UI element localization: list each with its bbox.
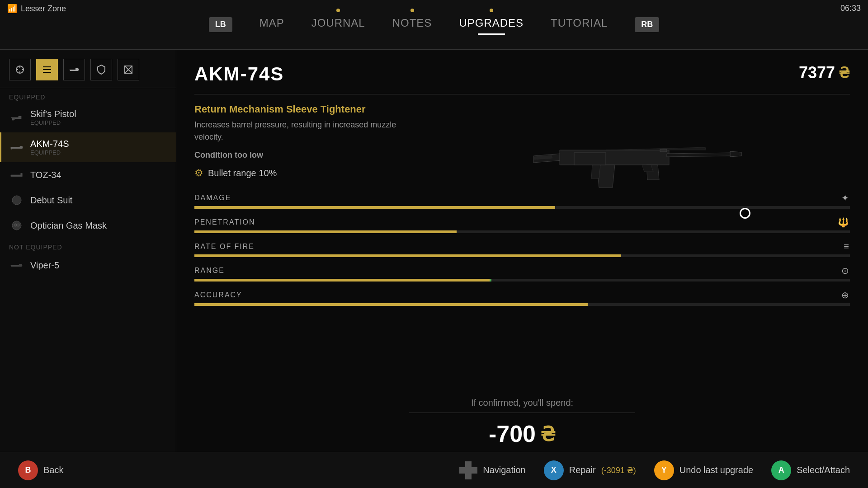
currency-display: 7377 ₴ bbox=[799, 63, 850, 82]
a-button[interactable]: A bbox=[771, 460, 791, 480]
toz-name: TOZ-34 bbox=[30, 170, 61, 180]
main-layout: Equipped Skif's Pistol Equipped AKM-74S … bbox=[0, 50, 868, 452]
x-button[interactable]: X bbox=[544, 460, 564, 480]
accuracy-bar-fill bbox=[194, 303, 588, 306]
sidebar-item-pistol[interactable]: Skif's Pistol Equipped bbox=[0, 103, 176, 132]
upgrades-dot bbox=[490, 9, 493, 12]
dpad-icon bbox=[459, 461, 477, 479]
stat-bonus-text: Bullet range 10% bbox=[208, 168, 277, 178]
cost-symbol: ₴ bbox=[540, 422, 556, 446]
confirmation-area: If confirmed, you'll spend: -700 ₴ bbox=[176, 398, 868, 447]
range-marker bbox=[490, 279, 491, 282]
range-icon: ⊙ bbox=[841, 265, 850, 276]
back-action[interactable]: B Back bbox=[18, 460, 63, 480]
accuracy-bar-bg bbox=[194, 303, 850, 306]
stat-range-text: RANGE bbox=[194, 267, 225, 275]
lb-button[interactable]: LB bbox=[209, 17, 232, 32]
not-equipped-label: Not equipped bbox=[0, 238, 176, 253]
confirm-text: If confirmed, you'll spend: bbox=[176, 398, 868, 408]
time-display: 06:33 bbox=[840, 4, 861, 13]
confirm-divider bbox=[409, 413, 635, 413]
tab-upgrades[interactable]: Upgrades bbox=[459, 17, 524, 33]
top-bar: 📶 Lesser Zone 06:33 LB Map Journal Notes… bbox=[0, 0, 868, 50]
akm-name: AKM-74S bbox=[30, 139, 69, 149]
svg-point-14 bbox=[17, 224, 19, 226]
undo-action[interactable]: Y Undo last upgrade bbox=[654, 460, 753, 480]
icon-target[interactable] bbox=[118, 59, 139, 80]
repair-label: Repair bbox=[569, 465, 596, 475]
y-button[interactable]: Y bbox=[654, 460, 674, 480]
penetration-bar-fill bbox=[194, 230, 457, 233]
journal-dot bbox=[336, 9, 340, 12]
rof-icon: ≡ bbox=[844, 241, 850, 252]
content-header: AKM-74S 7377 ₴ bbox=[194, 63, 850, 85]
header-divider bbox=[194, 94, 850, 94]
pistol-sub: Equipped bbox=[30, 119, 76, 126]
icon-crosshair[interactable] bbox=[9, 59, 31, 80]
gasmask-icon bbox=[10, 219, 23, 232]
akm-sub: Equipped bbox=[30, 149, 69, 156]
notes-dot bbox=[410, 9, 414, 12]
pistol-name: Skif's Pistol bbox=[30, 109, 76, 119]
tab-map[interactable]: Map bbox=[259, 17, 284, 33]
nav-tabs: LB Map Journal Notes Upgrades Tutorial R… bbox=[209, 17, 660, 33]
tab-journal[interactable]: Journal bbox=[311, 17, 365, 33]
navigation-action[interactable]: Navigation bbox=[459, 461, 526, 479]
svg-point-13 bbox=[14, 224, 17, 226]
undo-label: Undo last upgrade bbox=[679, 465, 753, 475]
weapon-svg bbox=[524, 95, 750, 221]
viper-icon bbox=[10, 259, 23, 272]
icon-list[interactable] bbox=[36, 59, 58, 80]
navigation-label: Navigation bbox=[483, 465, 526, 475]
gear-icon: ⚙ bbox=[194, 167, 203, 179]
select-action[interactable]: A Select/Attach bbox=[771, 460, 850, 480]
damage-bar-fill bbox=[194, 206, 555, 209]
weapon-visual: UPGRADES ↔ ··· bbox=[524, 95, 841, 298]
rb-button[interactable]: RB bbox=[635, 17, 659, 32]
svg-point-11 bbox=[12, 196, 21, 205]
confirm-cost: -700 ₴ bbox=[176, 420, 868, 447]
stat-damage-text: DAMAGE bbox=[194, 194, 231, 202]
repair-action[interactable]: X Repair (-3091 ₴) bbox=[544, 460, 636, 480]
select-label: Select/Attach bbox=[797, 465, 850, 475]
tab-journal-label: Journal bbox=[311, 17, 365, 29]
tab-tutorial[interactable]: Tutorial bbox=[551, 17, 608, 33]
gasmask-name: Optician Gas Mask bbox=[30, 221, 107, 231]
tab-upgrades-label: Upgrades bbox=[459, 17, 524, 29]
stat-accuracy-text: ACCURACY bbox=[194, 291, 242, 299]
weapon-title: AKM-74S bbox=[194, 63, 284, 85]
zone-label: Lesser Zone bbox=[21, 4, 66, 14]
currency-amount: 7377 bbox=[799, 63, 835, 82]
damage-icon: ✦ bbox=[841, 192, 850, 203]
sidebar: Equipped Skif's Pistol Equipped AKM-74S … bbox=[0, 50, 176, 452]
signal-icon: 📶 bbox=[7, 4, 17, 14]
back-label: Back bbox=[43, 465, 63, 475]
accuracy-icon: ⊕ bbox=[841, 290, 850, 300]
zone-status: 📶 Lesser Zone bbox=[7, 4, 66, 14]
tab-tutorial-label: Tutorial bbox=[551, 17, 608, 29]
select-indicator bbox=[740, 208, 750, 219]
equipped-label: Equipped bbox=[0, 88, 176, 103]
sidebar-item-toz[interactable]: TOZ-34 bbox=[0, 162, 176, 188]
tab-notes[interactable]: Notes bbox=[392, 17, 432, 33]
icon-shield[interactable] bbox=[90, 59, 112, 80]
bottom-bar: B Back Navigation X Repair (-3091 ₴) Y U… bbox=[0, 452, 868, 488]
range-bar-fill bbox=[194, 279, 490, 282]
suit-name: Debut Suit bbox=[30, 195, 72, 206]
sidebar-item-gasmask[interactable]: Optician Gas Mask bbox=[0, 213, 176, 238]
suit-icon bbox=[10, 194, 23, 206]
b-button[interactable]: B bbox=[18, 460, 38, 480]
toz-icon bbox=[10, 169, 23, 181]
pistol-icon bbox=[10, 111, 23, 124]
repair-cost: (-3091 ₴) bbox=[601, 465, 636, 475]
content-area: AKM-74S 7377 ₴ Return Mechanism Sleeve T… bbox=[176, 50, 868, 452]
viper-name: Viper-5 bbox=[30, 260, 59, 271]
stat-penetration-text: PENETRATION bbox=[194, 218, 255, 226]
tab-notes-label: Notes bbox=[392, 17, 432, 29]
sidebar-item-suit[interactable]: Debut Suit bbox=[0, 188, 176, 213]
sidebar-item-akm[interactable]: AKM-74S Equipped bbox=[0, 132, 176, 162]
right-actions: Navigation X Repair (-3091 ₴) Y Undo las… bbox=[459, 460, 850, 480]
akm-icon bbox=[10, 141, 23, 154]
sidebar-item-viper[interactable]: Viper-5 bbox=[0, 253, 176, 278]
icon-gun[interactable] bbox=[63, 59, 85, 80]
